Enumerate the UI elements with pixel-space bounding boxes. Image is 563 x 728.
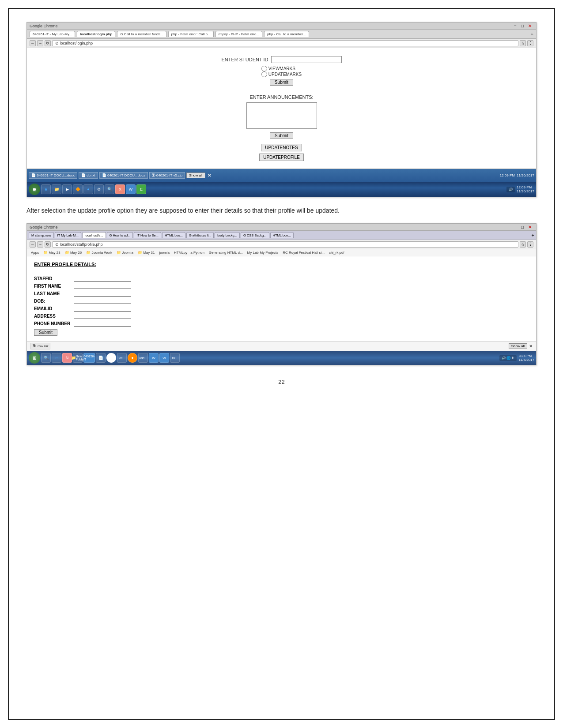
star-btn-1[interactable]: ☆ <box>520 40 526 46</box>
reload-btn-1[interactable]: ↻ <box>45 40 51 46</box>
bookmark-may26[interactable]: 📁 May 26 <box>64 250 83 255</box>
download-bar-close[interactable]: ✕ <box>529 344 533 349</box>
star-btn-2[interactable]: ☆ <box>520 241 526 248</box>
taskbar2-adding[interactable]: add... <box>138 353 148 363</box>
bookmark-mylab[interactable]: My Lab-My Projects <box>246 250 280 255</box>
taskbar-vlc-1[interactable]: 🔶 <box>73 184 83 194</box>
phone-input[interactable] <box>74 320 131 326</box>
profile-submit-btn[interactable]: Submit <box>34 329 57 336</box>
tab-1-5[interactable]: php - Call to a member... <box>264 31 309 37</box>
taskbar-close-1[interactable]: ✕ <box>208 173 211 178</box>
updatemarks-radio-input[interactable] <box>261 71 267 77</box>
close-btn-2[interactable]: ✕ <box>526 225 533 229</box>
updateprofile-btn[interactable]: UPDATEPROFILE <box>259 154 304 161</box>
tab-1-0[interactable]: 640261-IT - My Lab-My... <box>30 31 75 37</box>
dob-input[interactable] <box>74 298 131 304</box>
announcements-textarea[interactable] <box>246 102 317 129</box>
taskbar-item-1-0[interactable]: 📄 640261-IT DOCU...docx <box>29 172 77 179</box>
taskbar2-chrome[interactable]: ● <box>106 353 116 363</box>
window-controls-1[interactable]: − □ ✕ <box>512 23 533 28</box>
start-button-1[interactable]: ⊞ <box>29 184 40 195</box>
updatemarks-radio[interactable]: UPDATEMARKS <box>261 71 302 77</box>
bookmark-apps[interactable]: Apps <box>30 250 40 255</box>
tab-2-1[interactable]: IT My Lab-M... <box>55 232 81 238</box>
viewmarks-radio[interactable]: VIEWMARKS <box>261 66 295 71</box>
taskbar2-ie[interactable]: e <box>52 353 61 363</box>
bookmark-chirk[interactable]: chi_rk.pdf <box>328 250 346 255</box>
urlbar-1[interactable]: ⊙ localhost/login.php <box>52 40 518 46</box>
tab-1-2[interactable]: G Call to a member functi... <box>117 31 166 37</box>
taskbar-app3-1[interactable]: E <box>136 184 146 194</box>
student-id-input[interactable] <box>271 56 342 63</box>
taskbar2-files[interactable]: 📄 <box>96 353 106 363</box>
taskbar-item-1-1[interactable]: 📄 db.txt <box>79 172 98 179</box>
taskbar-ie-1[interactable]: e <box>41 184 51 194</box>
emailid-input[interactable] <box>74 305 131 311</box>
taskbar-app2-1[interactable]: W <box>126 184 136 194</box>
taskbar-item-1-3[interactable]: 🗜 640261-IT v5.zip <box>149 172 185 179</box>
submit-btn-2[interactable]: Submit <box>270 132 293 139</box>
bookmark-may23[interactable]: 📁 May 23 <box>42 250 61 255</box>
taskbar2-search[interactable]: 🔍 <box>41 353 51 363</box>
bookmark-joomla[interactable]: 📁 Joomla <box>115 250 135 255</box>
submit-btn-1[interactable]: Submit <box>270 79 293 86</box>
tab-2-4[interactable]: IT How to Se... <box>134 232 161 238</box>
taskbar-folder-1[interactable]: 📁 <box>52 184 61 194</box>
bookmark-joomla2[interactable]: joomla <box>158 250 171 255</box>
taskbar2-localhost[interactable]: loc... <box>117 353 127 363</box>
tab-2-8[interactable]: G CSS Backg... <box>241 232 269 238</box>
forward-btn-1[interactable]: → <box>37 40 43 46</box>
updatenotes-btn[interactable]: UPDATENOTES <box>261 144 302 151</box>
taskbar2-640[interactable]: 640156-IT <box>83 353 95 363</box>
bookmark-may31[interactable]: 📁 May 31 <box>136 250 156 255</box>
minimize-btn-1[interactable]: − <box>512 23 518 28</box>
maximize-btn-1[interactable]: □ <box>519 23 525 28</box>
show-all-btn-2[interactable]: Show all <box>509 343 527 349</box>
back-btn-1[interactable]: ← <box>30 40 36 46</box>
tab-2-3[interactable]: G How to ad... <box>107 232 133 238</box>
lastname-input[interactable] <box>74 290 131 296</box>
bookmark-htmlpy[interactable]: HTMLpy - a Python <box>173 250 206 255</box>
bookmark-royal[interactable]: RC Royal Festival Hall si... <box>281 250 326 255</box>
taskbar-item-1-2[interactable]: 📄 640261-IT DOCU...docx <box>99 172 148 179</box>
maximize-btn-2[interactable]: □ <box>519 225 525 229</box>
tab-1-3[interactable]: php - Fatal error: Call b... <box>168 31 214 37</box>
taskbar-chrome-1[interactable]: ● <box>83 184 93 194</box>
taskbar2-orange[interactable]: ● <box>128 353 137 363</box>
tab-2-5[interactable]: HTML boo... <box>162 232 185 238</box>
start-button-2[interactable]: ⊞ <box>29 352 40 364</box>
back-btn-2[interactable]: ← <box>30 241 36 248</box>
bookmark-joomla-work[interactable]: 📁 Joomla Work <box>85 250 113 255</box>
taskbar-media-1[interactable]: ▶ <box>62 184 72 194</box>
tab-2-0[interactable]: M stamp.new <box>29 232 54 238</box>
window-controls-2[interactable]: − □ ✕ <box>512 225 533 229</box>
taskbar2-folder-new[interactable]: 📁 New Folder <box>73 353 83 363</box>
taskbar2-word2[interactable]: W <box>159 353 169 363</box>
tab-2-2[interactable]: localhost/s... <box>82 232 106 238</box>
tab-1-1[interactable]: localhost/login.php <box>77 31 115 37</box>
address-input[interactable] <box>74 313 131 319</box>
tab-2-7[interactable]: body backg... <box>215 232 240 238</box>
tab-1-4[interactable]: mysql - PHP - Fatal erro... <box>215 31 262 37</box>
minimize-btn-2[interactable]: − <box>512 225 518 229</box>
reload-btn-2[interactable]: ↻ <box>45 241 51 248</box>
taskbar2-word1[interactable]: W <box>149 353 159 363</box>
urlbar-2[interactable]: ⊙ localhost/staffprofile.php <box>52 241 518 248</box>
viewmarks-radio-input[interactable] <box>261 66 267 71</box>
taskbar-util-1[interactable]: ⚙ <box>94 184 104 194</box>
bookmark-generating[interactable]: Generating HTML d... <box>208 250 244 255</box>
taskbar-search-1[interactable]: 🔍 <box>105 184 114 194</box>
show-all-btn-1[interactable]: Show all <box>186 173 205 178</box>
taskbar2-draw[interactable]: Dr... <box>170 353 180 363</box>
menu-btn-2[interactable]: ⋮ <box>527 241 533 248</box>
taskbar-app1-1[interactable]: X <box>115 184 125 194</box>
new-tab-btn-2[interactable]: + <box>532 233 534 238</box>
close-btn-1[interactable]: ✕ <box>526 23 533 28</box>
new-tab-btn-1[interactable]: + <box>531 31 533 37</box>
forward-btn-2[interactable]: → <box>37 241 43 248</box>
menu-btn-1[interactable]: ⋮ <box>527 40 533 46</box>
firstname-input[interactable] <box>74 283 131 289</box>
tab-2-6[interactable]: G attributes li... <box>186 232 214 238</box>
download-item-rar[interactable]: 🗜 raw.rar <box>30 343 50 349</box>
staffid-input[interactable] <box>74 275 131 281</box>
